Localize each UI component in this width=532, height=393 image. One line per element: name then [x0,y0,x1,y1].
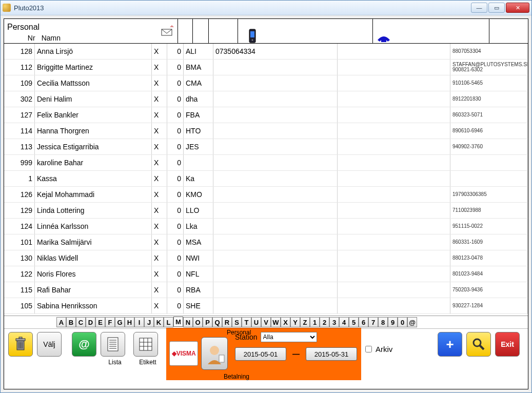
arkiv-checkbox[interactable] [365,346,372,352]
alpha-2[interactable]: 2 [320,317,329,327]
table-row[interactable]: 126Kejal MohammadiX0KMO197903306385 [4,187,528,203]
alpha-O[interactable]: O [193,317,203,327]
cell-name: Briggitte Martinez [35,60,152,75]
alpha-L[interactable]: L [164,317,173,327]
alpha-X[interactable]: X [281,317,290,327]
table-row[interactable]: 112Briggitte MartinezX0BMASTAFFAN@PLUTOS… [4,60,528,75]
alpha-T[interactable]: T [242,317,251,327]
table-row[interactable]: 122Noris FloresX0NFL801023-9484 [4,266,528,282]
alpha-9[interactable]: 9 [388,317,398,327]
alpha-W[interactable]: W [271,317,281,327]
alpha-@[interactable]: @ [407,317,417,327]
alpha-0[interactable]: 0 [398,317,407,327]
table-row[interactable]: 302Deni HalimX0dha8912201830 [4,91,528,107]
betalning-label: Betalning [224,373,249,380]
lista-button[interactable] [101,332,125,357]
table-row[interactable]: 101Marika SalmijärviX0MSA860331-1609 [4,234,528,250]
svg-rect-4 [381,39,386,42]
cell-x: X [152,60,167,75]
cell-mobile: 0735064334 [213,44,338,59]
search-button[interactable] [466,332,491,357]
table-row[interactable]: 999karoline BaharX0 [4,155,528,171]
cell-info: 860323-5071 [450,107,528,123]
table-body[interactable]: 128Anna LirsjöX0ALI073506433488070533041… [4,44,528,316]
alpha-A[interactable]: A [56,317,66,327]
alpha-8[interactable]: 8 [378,317,388,327]
table-row[interactable]: 129Linda LotteringX0LLO7110023988 [4,203,528,219]
alpha-4[interactable]: 4 [339,317,349,327]
header-mail-icon [158,19,178,43]
alpha-Q[interactable]: Q [212,317,222,327]
station-select[interactable]: Alla [261,332,317,342]
alpha-1[interactable]: 1 [310,317,320,327]
alpha-H[interactable]: H [125,317,134,327]
cell-code: FBA [184,107,213,123]
cell-info: 860331-1609 [450,234,528,250]
cell-phone [338,219,450,234]
table-row[interactable]: 1KassaX0Ka [4,171,528,187]
alpha-5[interactable]: 5 [349,317,359,327]
visma-button[interactable]: ◆VISMA [169,341,198,366]
exit-button[interactable]: Exit [495,332,520,357]
alpha-V[interactable]: V [261,317,271,327]
alpha-7[interactable]: 7 [368,317,378,327]
alpha-I[interactable]: I [134,317,144,327]
alpha-Y[interactable]: Y [290,317,300,327]
cell-info: 801023-9484 [450,266,528,282]
alpha-N[interactable]: N [183,317,193,327]
cell-info [450,155,528,170]
cell-nr: 999 [4,155,35,170]
bottom-panel: Välj @ Lista Etikett Personal ◆VISMA [4,328,528,389]
cell-nr: 302 [4,91,35,107]
alpha-C[interactable]: C [76,317,86,327]
alpha-6[interactable]: 6 [359,317,368,327]
personal-image-button[interactable] [201,337,228,370]
table-row[interactable]: 130Niklas WidellX0NWI880123-0478 [4,250,528,266]
header-mobile-icon [238,29,372,43]
cell-phone [338,203,450,218]
cell-nr: 105 [4,298,35,313]
cell-nr: 114 [4,123,35,139]
alpha-D[interactable]: D [86,317,95,327]
alpha-M[interactable]: M [173,317,183,327]
alpha-S[interactable]: S [232,317,242,327]
table-row[interactable]: 109Cecilia MattssonX0CMA910106-5465 [4,75,528,91]
table-row[interactable]: 127Felix BanklerX0FBA860323-5071 [4,107,528,123]
date-to-button[interactable]: 2015-05-31 [306,347,357,361]
email-button[interactable]: @ [72,332,96,357]
cell-code: dha [184,91,213,107]
alpha-R[interactable]: R [222,317,232,327]
add-button[interactable]: + [438,332,462,357]
table-row[interactable]: 113Jessica EstigarribiaX0JES940902-3760 [4,139,528,155]
alpha-G[interactable]: G [115,317,125,327]
date-from-button[interactable]: 2015-05-01 [235,347,286,361]
table-row[interactable]: 124Linnéa KarlssonX0Lka951115-0022 [4,219,528,234]
trash-button[interactable] [8,332,33,357]
alpha-B[interactable]: B [66,317,76,327]
close-button[interactable]: ✕ [506,3,529,13]
cell-x: X [152,282,167,298]
table-row[interactable]: 114Hanna ThorgrenX0HTO890610-6946 [4,123,528,139]
table-row[interactable]: 115Rafi BaharX0RBA750203-9436 [4,282,528,298]
cell-phone [338,282,450,298]
alpha-E[interactable]: E [95,317,105,327]
alpha-Z[interactable]: Z [300,317,310,327]
cell-x: X [152,107,167,123]
etikett-label: Etikett [139,359,156,366]
etikett-button[interactable] [133,332,158,357]
cell-name: Anna Lirsjö [35,44,152,59]
alpha-J[interactable]: J [144,317,154,327]
valj-button[interactable]: Välj [37,332,62,357]
alpha-U[interactable]: U [251,317,261,327]
alpha-P[interactable]: P [203,317,212,327]
alpha-F[interactable]: F [105,317,115,327]
alpha-K[interactable]: K [154,317,164,327]
arkiv-checkbox-row[interactable]: Arkiv [363,344,392,354]
maximize-button[interactable]: ▭ [488,3,505,13]
cell-code: CMA [184,75,213,91]
minimize-button[interactable]: — [471,3,487,13]
table-row[interactable]: 105Sabina HenrikssonX0SHE930227-1284 [4,298,528,314]
alpha-3[interactable]: 3 [329,317,339,327]
cell-name: Marika Salmijärvi [35,234,152,250]
table-row[interactable]: 128Anna LirsjöX0ALI07350643348807053304 [4,44,528,60]
